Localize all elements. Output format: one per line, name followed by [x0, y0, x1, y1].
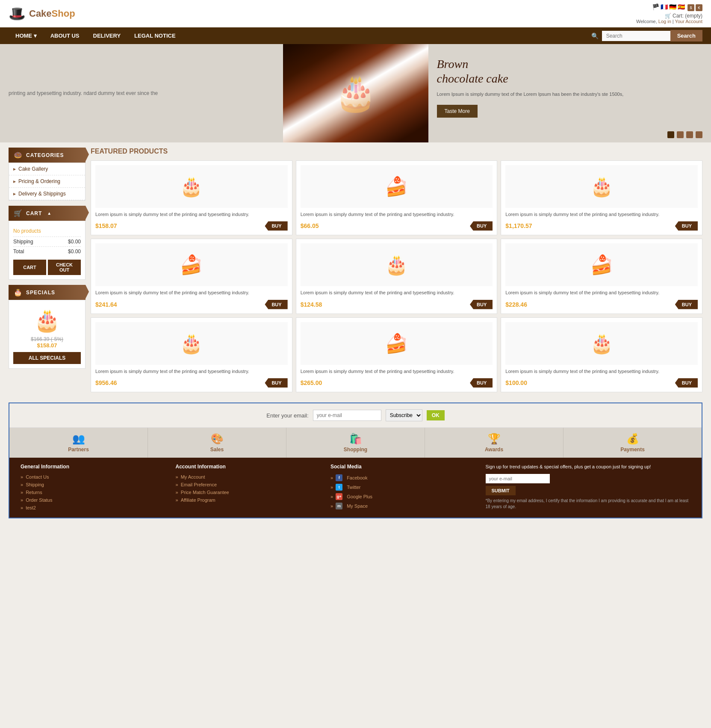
banner-cake-emoji: 🎂	[334, 73, 377, 113]
footer-affiliate[interactable]: Affiliate Program	[176, 496, 322, 504]
product-card-3: 🎂 Lorem ipsum is simply dummy text of th…	[501, 160, 702, 235]
cart-button[interactable]: CART	[13, 260, 46, 275]
buy-button-7[interactable]: BUY	[265, 378, 287, 388]
footer-social-title: Social Media	[330, 464, 477, 470]
buy-button-8[interactable]: BUY	[470, 378, 493, 388]
products-grid: 🎂 Lorem ipsum is simply dummy text of th…	[91, 160, 702, 392]
footer-contact-us[interactable]: Contact Us	[21, 473, 167, 481]
footer-price-match[interactable]: Price Match Guarantee	[176, 488, 322, 496]
product-image-4: 🍰	[95, 243, 288, 286]
product-desc-3: Lorem ipsum is simply dummy text of the …	[505, 211, 698, 218]
currency-euro[interactable]: €	[696, 4, 702, 11]
all-specials-button[interactable]: ALL SPECIALS	[13, 352, 81, 364]
cart-icon: 🛒	[14, 209, 23, 217]
banner-dot-1[interactable]	[667, 131, 674, 138]
product-price-6: $228.46	[505, 301, 527, 308]
banner-dot-3[interactable]	[686, 131, 693, 138]
footer-payments[interactable]: 💰 Payments	[563, 428, 702, 458]
nav-delivery[interactable]: DELIVERY	[86, 27, 128, 44]
sidebar-delivery[interactable]: Delivery & Shippings	[9, 188, 85, 200]
footer-google-plus[interactable]: g+ Google Plus	[330, 492, 477, 501]
product-footer-1: $158.07 BUY	[95, 221, 288, 231]
partners-icon: 👥	[15, 433, 142, 445]
no-products-label: No products	[13, 225, 81, 237]
footer-twitter[interactable]: t Twitter	[330, 482, 477, 492]
sidebar-cake-gallery[interactable]: Cake Gallery	[9, 163, 85, 175]
banner-dot-2[interactable]	[677, 131, 684, 138]
logo-icon: 🎩	[9, 6, 26, 22]
banner-title: Brown chocolate cake	[437, 57, 703, 86]
product-image-6: 🍰	[505, 243, 698, 286]
special-old-price: $166.39 (-5%)	[13, 336, 81, 342]
buy-button-5[interactable]: BUY	[470, 300, 493, 309]
footer-awards[interactable]: 🏆 Awards	[425, 428, 563, 458]
product-price-4: $241.64	[95, 301, 117, 308]
product-footer-5: $124.58 BUY	[301, 300, 493, 309]
buy-button-4[interactable]: BUY	[265, 300, 287, 309]
taste-more-button[interactable]: Taste More	[437, 105, 478, 118]
footer-email-preference[interactable]: Email Preference	[176, 481, 322, 488]
subscribe-select[interactable]: Subscribe	[386, 409, 422, 421]
nav-about[interactable]: ABOUT US	[44, 27, 86, 44]
footer-links: General Information Contact Us Shipping …	[9, 458, 702, 518]
footer-partners[interactable]: 👥 Partners	[9, 428, 148, 458]
product-card-4: 🍰 Lorem ipsum is simply dummy text of th…	[91, 239, 292, 314]
shopping-label: Shopping	[344, 447, 367, 453]
your-account-link[interactable]: Your Account	[675, 19, 702, 24]
product-card-7: 🎂 Lorem ipsum is simply dummy text of th…	[91, 317, 292, 392]
footer-shopping[interactable]: 🛍️ Shopping	[286, 428, 425, 458]
product-card-8: 🍰 Lorem ipsum is simply dummy text of th…	[296, 317, 498, 392]
footer-facebook[interactable]: f Facebook	[330, 473, 477, 482]
newsletter-ok-button[interactable]: OK	[427, 410, 445, 420]
page-header: 🎩 CakeShop 🏴 🇫🇷 🇩🇪 🇪🇸 $ € 🛒 Cart: (empty…	[0, 0, 711, 27]
footer-order-status[interactable]: Order Status	[21, 496, 167, 504]
search-input[interactable]	[602, 31, 670, 41]
footer-returns[interactable]: Returns	[21, 488, 167, 496]
product-footer-9: $100.00 BUY	[505, 378, 698, 388]
footer-sales[interactable]: 🎨 Sales	[148, 428, 286, 458]
payments-icon: 💰	[569, 433, 696, 445]
product-card-9: 🎂 Lorem ipsum is simply dummy text of th…	[501, 317, 702, 392]
nav-home[interactable]: HOME ▾	[9, 27, 44, 44]
categories-header: 🍩 CATEGORIES	[9, 148, 86, 163]
myspace-icon: m	[336, 503, 342, 509]
footer-social-media: Social Media f Facebook t Twitter g+ Goo…	[326, 464, 481, 512]
google-plus-icon: g+	[336, 493, 342, 500]
sidebar: 🍩 CATEGORIES Cake Gallery Pricing & Orde…	[9, 148, 86, 392]
product-footer-2: $66.05 BUY	[301, 221, 493, 231]
cart-header: 🛒 CART ▲	[9, 206, 86, 221]
search-button[interactable]: Search	[670, 30, 702, 41]
currency-dollar[interactable]: $	[687, 4, 694, 11]
sidebar-pricing[interactable]: Pricing & Ordering	[9, 175, 85, 188]
cart-buttons: CART CHECK OUT	[13, 260, 81, 275]
buy-button-6[interactable]: BUY	[675, 300, 698, 309]
footer-my-account[interactable]: My Account	[176, 473, 322, 481]
footer-newsletter-input[interactable]	[486, 474, 550, 483]
newsletter-label: Enter your email:	[266, 412, 308, 419]
logo-text: CakeShop	[29, 8, 75, 19]
product-price-3: $1,170.57	[505, 222, 532, 229]
buy-button-3[interactable]: BUY	[675, 221, 698, 231]
login-link[interactable]: Log in	[658, 19, 671, 24]
product-desc-4: Lorem ipsum is simply dummy text of the …	[95, 290, 288, 296]
footer-shipping[interactable]: Shipping	[21, 481, 167, 488]
categories-section: 🍩 CATEGORIES Cake Gallery Pricing & Orde…	[9, 148, 86, 201]
footer-submit-button[interactable]: SUBMIT	[486, 486, 516, 495]
banner-dot-4[interactable]	[696, 131, 702, 138]
search-icon: 🔍	[588, 33, 602, 39]
logo[interactable]: 🎩 CakeShop	[9, 6, 75, 22]
buy-button-1[interactable]: BUY	[265, 221, 287, 231]
product-price-5: $124.58	[301, 301, 322, 308]
checkout-button[interactable]: CHECK OUT	[48, 260, 81, 275]
buy-button-9[interactable]: BUY	[675, 378, 698, 388]
nav-legal[interactable]: LEGAL NOTICE	[127, 27, 183, 44]
footer-test2[interactable]: test2	[21, 504, 167, 512]
buy-button-2[interactable]: BUY	[470, 221, 493, 231]
footer-account-info: Account Information My Account Email Pre…	[171, 464, 327, 512]
footer-general-title: General Information	[21, 464, 167, 470]
specials-section: 🎂 SPECIALS 🎂 $166.39 (-5%) $158.07 ALL S…	[9, 285, 86, 369]
newsletter-email-input[interactable]	[313, 410, 381, 421]
currency-icons: $ €	[687, 4, 702, 11]
footer-icons-row: 👥 Partners 🎨 Sales 🛍️ Shopping 🏆 Awards …	[9, 428, 702, 458]
footer-myspace[interactable]: m My Space	[330, 501, 477, 511]
